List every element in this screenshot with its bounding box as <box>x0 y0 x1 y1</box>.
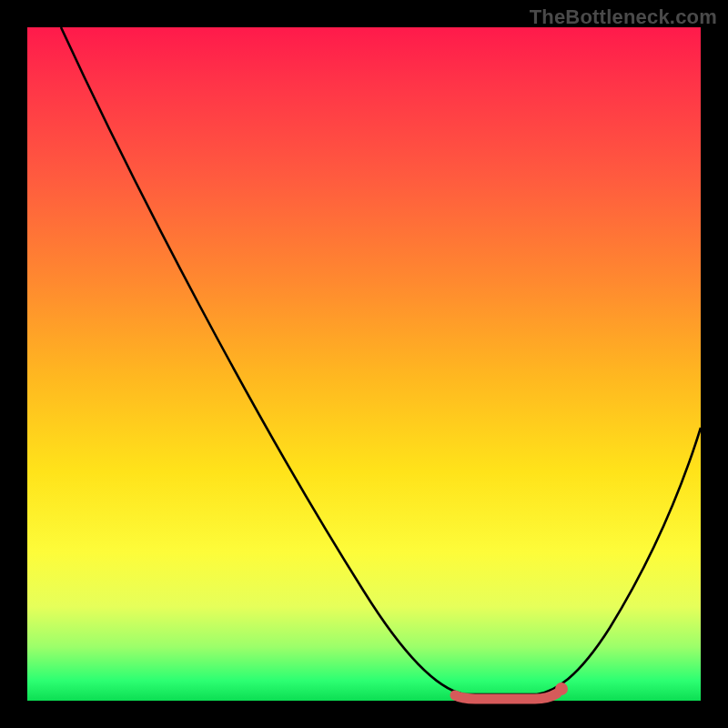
highlight-dot <box>555 682 568 695</box>
highlight-segment <box>455 693 557 699</box>
chart-frame: TheBottleneck.com <box>0 0 728 728</box>
gradient-plot-area <box>27 27 701 701</box>
watermark-text: TheBottleneck.com <box>530 5 717 29</box>
bottleneck-curve-path <box>61 27 701 694</box>
bottleneck-curve-svg <box>27 27 701 701</box>
